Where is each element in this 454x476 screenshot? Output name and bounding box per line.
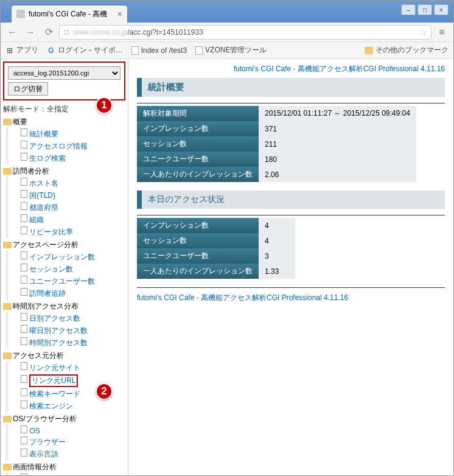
bookmark-star-icon[interactable]: ☆ (419, 27, 427, 37)
folder-source[interactable]: アクセス元分析 (3, 350, 125, 362)
folder-icon (3, 416, 12, 422)
page-icon (21, 276, 27, 284)
list-item[interactable]: 日別アクセス数 (12, 312, 125, 324)
table-row: ユニークユーザー数180 (137, 152, 416, 167)
list-item[interactable]: 解像度 (12, 473, 125, 475)
list-item[interactable]: OS (12, 425, 125, 436)
log-switch-button[interactable]: ログ切替 (8, 82, 48, 96)
google-icon: G (47, 46, 55, 55)
list-item[interactable]: ブラウザー (12, 436, 125, 448)
list-item[interactable]: 生ログ検索 (12, 152, 125, 164)
table-row: セッション数211 (137, 136, 416, 152)
forward-button[interactable]: → (23, 24, 38, 40)
annotation-badge-2: 2 (96, 383, 113, 400)
page-icon (21, 313, 27, 321)
page-content: access_log.20151200.cgi ログ切替 1 解析モード：全指定… (1, 59, 453, 475)
list-item[interactable]: セッション数 (12, 263, 125, 275)
list-item[interactable]: 都道府県 (12, 201, 125, 214)
list-item[interactable]: 統計概要 (12, 128, 125, 140)
folder-icon (3, 352, 12, 359)
nav-tree: 概要 統計概要 アクセスログ情報 生ログ検索 訪問者分析 ホスト名 国(TLD)… (3, 116, 125, 475)
section-title-today: 本日のアクセス状況 (137, 191, 445, 209)
product-link-footer[interactable]: futomi's CGI Cafe - 高機能アクセス解析CGI Profess… (137, 293, 348, 302)
page-icon (21, 325, 27, 333)
list-item[interactable]: 曜日別アクセス数 (12, 324, 125, 337)
list-item[interactable]: リピータ比率 (12, 226, 125, 238)
log-file-select[interactable]: access_log.20151200.cgi (8, 66, 120, 80)
folder-icon (3, 119, 12, 125)
list-item[interactable]: インプレッション数 (12, 251, 125, 263)
bookmarks-bar: ⊞アプリ Gログイン - サイボ… Index of /test3 VZONE管… (1, 42, 453, 59)
bookmark-index[interactable]: Index of /test3 (131, 46, 187, 55)
page-icon (21, 128, 27, 136)
main-panel: futomi's CGI Cafe - 高機能アクセス解析CGI Profess… (128, 59, 453, 475)
bookmark-login[interactable]: Gログイン - サイボ… (47, 45, 123, 55)
table-row: 解析対象期間2015/12/01 01:11:27 ～ 2015/12/25 0… (137, 106, 416, 121)
list-item[interactable]: ユニークユーザー数 (12, 275, 125, 287)
sidebar: access_log.20151200.cgi ログ切替 1 解析モード：全指定… (1, 59, 128, 475)
table-row: 一人あたりのインプレッション数2.06 (137, 167, 416, 182)
page-icon (21, 425, 27, 433)
list-item[interactable]: 検索エンジン (12, 400, 125, 412)
folder-overview[interactable]: 概要 (3, 116, 125, 128)
chrome-menu-button[interactable]: ≡ (434, 27, 450, 38)
close-window-button[interactable]: × (434, 4, 449, 15)
other-bookmarks[interactable]: その他のブックマーク (365, 45, 449, 55)
table-row: インプレッション数4 (137, 218, 295, 233)
page-icon (21, 264, 27, 271)
back-button[interactable]: ← (4, 24, 20, 40)
stats-table-1: 解析対象期間2015/12/01 01:11:27 ～ 2015/12/25 0… (137, 106, 416, 182)
page-icon (21, 474, 27, 475)
folder-time[interactable]: 時間別アクセス分布 (3, 301, 125, 312)
separator (137, 103, 445, 103)
address-bar[interactable]: 🗋 www.vzone.co.jp /acc.cgi?t=1451011933 … (59, 25, 431, 40)
url-path: /acc.cgi?t=1451011933 (127, 28, 203, 37)
header-link: futomi's CGI Cafe - 高機能アクセス解析CGI Profess… (137, 64, 445, 74)
list-item[interactable]: 訪問者追跡 (12, 287, 125, 299)
page-icon (131, 46, 139, 55)
page-icon (21, 401, 27, 408)
folder-screen[interactable]: 画面情報分析 (3, 461, 125, 473)
page-icon (21, 449, 27, 457)
tab-title: futomi's CGI Cafe - 高機 (29, 9, 107, 19)
list-item[interactable]: 表示言語 (12, 448, 125, 460)
apps-shortcut[interactable]: ⊞アプリ (5, 45, 38, 55)
page-icon (21, 388, 27, 396)
page-icon (21, 375, 27, 383)
list-item[interactable]: 組織 (12, 214, 125, 226)
list-item[interactable]: アクセスログ情報 (12, 140, 125, 152)
window-controls: – □ × (401, 4, 449, 15)
folder-icon (3, 464, 12, 471)
list-item[interactable]: リンク元サイト (12, 362, 125, 374)
table-row: セッション数4 (137, 233, 295, 248)
page-icon (21, 226, 27, 234)
folder-icon (3, 242, 12, 248)
close-tab-icon[interactable]: × (117, 9, 122, 19)
bookmark-vzone[interactable]: VZONE管理ツール (195, 45, 267, 55)
separator (137, 215, 445, 215)
folder-os[interactable]: OS/ブラウザー分析 (3, 413, 125, 425)
section-title-overview: 統計概要 (137, 78, 445, 97)
folder-icon (3, 303, 12, 310)
list-item[interactable]: 時間別アクセス数 (12, 337, 125, 349)
footer-link-row: futomi's CGI Cafe - 高機能アクセス解析CGI Profess… (137, 293, 445, 303)
page-icon (21, 190, 27, 198)
page-icon (21, 178, 27, 186)
maximize-button[interactable]: □ (417, 4, 432, 15)
folder-visitors[interactable]: 訪問者分析 (3, 166, 125, 177)
product-link[interactable]: futomi's CGI Cafe - 高機能アクセス解析CGI Profess… (234, 65, 445, 73)
list-item[interactable]: 国(TLD) (12, 189, 125, 201)
browser-window: – □ × futomi's CGI Cafe - 高機 × ← → ⟳ 🗋 w… (0, 0, 454, 476)
page-icon (21, 362, 27, 370)
minimize-button[interactable]: – (401, 4, 416, 15)
page-icon (21, 436, 27, 444)
separator (137, 287, 445, 288)
stats-table-2: インプレッション数4 セッション数4 ユニークユーザー数3 一人あたりのインプレ… (137, 218, 295, 279)
list-item[interactable]: ホスト名 (12, 177, 125, 189)
reload-button[interactable]: ⟳ (41, 24, 57, 40)
folder-icon (365, 47, 373, 54)
browser-tab[interactable]: futomi's CGI Cafe - 高機 × (12, 5, 127, 23)
page-icon (21, 214, 27, 222)
favicon-icon (16, 10, 25, 18)
folder-pages[interactable]: アクセスページ分析 (3, 239, 125, 251)
